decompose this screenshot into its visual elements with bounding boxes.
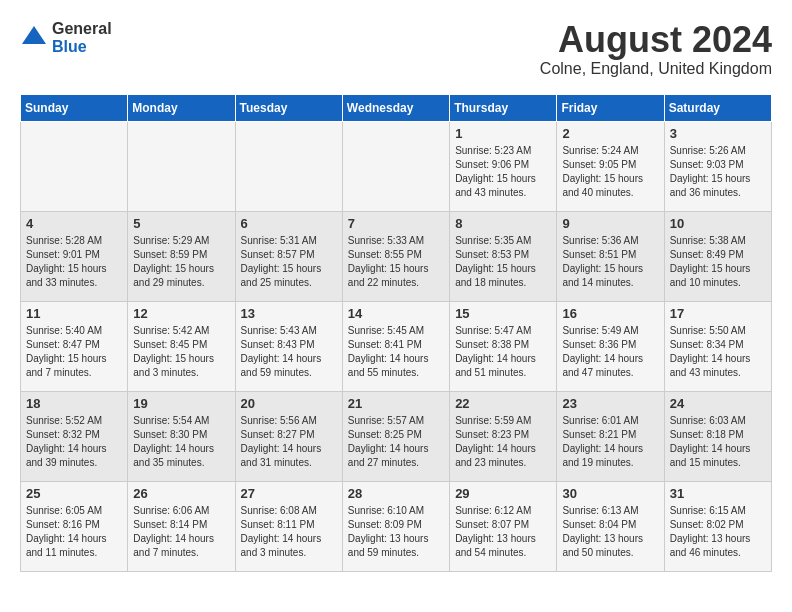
day-number: 25 xyxy=(26,486,122,501)
day-info: Sunrise: 5:36 AMSunset: 8:51 PMDaylight:… xyxy=(562,234,658,290)
day-number: 8 xyxy=(455,216,551,231)
calendar-cell: 26Sunrise: 6:06 AMSunset: 8:14 PMDayligh… xyxy=(128,481,235,571)
day-number: 23 xyxy=(562,396,658,411)
calendar-cell: 1Sunrise: 5:23 AMSunset: 9:06 PMDaylight… xyxy=(450,121,557,211)
calendar-cell: 6Sunrise: 5:31 AMSunset: 8:57 PMDaylight… xyxy=(235,211,342,301)
calendar-cell: 15Sunrise: 5:47 AMSunset: 8:38 PMDayligh… xyxy=(450,301,557,391)
month-year-title: August 2024 xyxy=(540,20,772,60)
day-number: 16 xyxy=(562,306,658,321)
weekday-header-monday: Monday xyxy=(128,94,235,121)
day-info: Sunrise: 6:05 AMSunset: 8:16 PMDaylight:… xyxy=(26,504,122,560)
weekday-header-saturday: Saturday xyxy=(664,94,771,121)
day-number: 29 xyxy=(455,486,551,501)
day-number: 18 xyxy=(26,396,122,411)
title-block: August 2024 Colne, England, United Kingd… xyxy=(540,20,772,78)
weekday-header-row: SundayMondayTuesdayWednesdayThursdayFrid… xyxy=(21,94,772,121)
day-number: 30 xyxy=(562,486,658,501)
calendar-cell: 4Sunrise: 5:28 AMSunset: 9:01 PMDaylight… xyxy=(21,211,128,301)
page-header: General Blue August 2024 Colne, England,… xyxy=(20,20,772,78)
day-info: Sunrise: 5:57 AMSunset: 8:25 PMDaylight:… xyxy=(348,414,444,470)
day-number: 17 xyxy=(670,306,766,321)
logo-blue-text: Blue xyxy=(52,38,112,56)
calendar-cell: 16Sunrise: 5:49 AMSunset: 8:36 PMDayligh… xyxy=(557,301,664,391)
calendar-cell: 24Sunrise: 6:03 AMSunset: 8:18 PMDayligh… xyxy=(664,391,771,481)
day-info: Sunrise: 5:26 AMSunset: 9:03 PMDaylight:… xyxy=(670,144,766,200)
day-info: Sunrise: 5:38 AMSunset: 8:49 PMDaylight:… xyxy=(670,234,766,290)
day-number: 7 xyxy=(348,216,444,231)
calendar-cell: 31Sunrise: 6:15 AMSunset: 8:02 PMDayligh… xyxy=(664,481,771,571)
day-number: 3 xyxy=(670,126,766,141)
day-info: Sunrise: 5:29 AMSunset: 8:59 PMDaylight:… xyxy=(133,234,229,290)
day-info: Sunrise: 6:06 AMSunset: 8:14 PMDaylight:… xyxy=(133,504,229,560)
weekday-header-tuesday: Tuesday xyxy=(235,94,342,121)
calendar-cell: 18Sunrise: 5:52 AMSunset: 8:32 PMDayligh… xyxy=(21,391,128,481)
day-info: Sunrise: 5:42 AMSunset: 8:45 PMDaylight:… xyxy=(133,324,229,380)
calendar-cell: 11Sunrise: 5:40 AMSunset: 8:47 PMDayligh… xyxy=(21,301,128,391)
location-subtitle: Colne, England, United Kingdom xyxy=(540,60,772,78)
day-number: 20 xyxy=(241,396,337,411)
day-info: Sunrise: 6:10 AMSunset: 8:09 PMDaylight:… xyxy=(348,504,444,560)
calendar-week-row: 1Sunrise: 5:23 AMSunset: 9:06 PMDaylight… xyxy=(21,121,772,211)
day-info: Sunrise: 5:43 AMSunset: 8:43 PMDaylight:… xyxy=(241,324,337,380)
calendar-week-row: 11Sunrise: 5:40 AMSunset: 8:47 PMDayligh… xyxy=(21,301,772,391)
calendar-cell xyxy=(21,121,128,211)
day-number: 1 xyxy=(455,126,551,141)
calendar-cell: 2Sunrise: 5:24 AMSunset: 9:05 PMDaylight… xyxy=(557,121,664,211)
day-info: Sunrise: 5:23 AMSunset: 9:06 PMDaylight:… xyxy=(455,144,551,200)
svg-marker-0 xyxy=(22,26,46,44)
calendar-cell: 22Sunrise: 5:59 AMSunset: 8:23 PMDayligh… xyxy=(450,391,557,481)
day-number: 21 xyxy=(348,396,444,411)
day-number: 24 xyxy=(670,396,766,411)
day-info: Sunrise: 6:15 AMSunset: 8:02 PMDaylight:… xyxy=(670,504,766,560)
day-number: 6 xyxy=(241,216,337,231)
day-info: Sunrise: 6:08 AMSunset: 8:11 PMDaylight:… xyxy=(241,504,337,560)
calendar-cell: 17Sunrise: 5:50 AMSunset: 8:34 PMDayligh… xyxy=(664,301,771,391)
calendar-cell: 30Sunrise: 6:13 AMSunset: 8:04 PMDayligh… xyxy=(557,481,664,571)
calendar-cell: 9Sunrise: 5:36 AMSunset: 8:51 PMDaylight… xyxy=(557,211,664,301)
calendar-cell xyxy=(128,121,235,211)
day-number: 22 xyxy=(455,396,551,411)
day-info: Sunrise: 6:01 AMSunset: 8:21 PMDaylight:… xyxy=(562,414,658,470)
weekday-header-wednesday: Wednesday xyxy=(342,94,449,121)
calendar-cell: 12Sunrise: 5:42 AMSunset: 8:45 PMDayligh… xyxy=(128,301,235,391)
day-number: 9 xyxy=(562,216,658,231)
calendar-cell: 25Sunrise: 6:05 AMSunset: 8:16 PMDayligh… xyxy=(21,481,128,571)
day-number: 5 xyxy=(133,216,229,231)
day-number: 2 xyxy=(562,126,658,141)
calendar-cell: 13Sunrise: 5:43 AMSunset: 8:43 PMDayligh… xyxy=(235,301,342,391)
day-info: Sunrise: 5:40 AMSunset: 8:47 PMDaylight:… xyxy=(26,324,122,380)
logo: General Blue xyxy=(20,20,112,55)
day-info: Sunrise: 5:24 AMSunset: 9:05 PMDaylight:… xyxy=(562,144,658,200)
day-info: Sunrise: 5:35 AMSunset: 8:53 PMDaylight:… xyxy=(455,234,551,290)
calendar-week-row: 18Sunrise: 5:52 AMSunset: 8:32 PMDayligh… xyxy=(21,391,772,481)
calendar-cell: 8Sunrise: 5:35 AMSunset: 8:53 PMDaylight… xyxy=(450,211,557,301)
calendar-table: SundayMondayTuesdayWednesdayThursdayFrid… xyxy=(20,94,772,572)
day-number: 10 xyxy=(670,216,766,231)
day-info: Sunrise: 6:03 AMSunset: 8:18 PMDaylight:… xyxy=(670,414,766,470)
day-info: Sunrise: 5:52 AMSunset: 8:32 PMDaylight:… xyxy=(26,414,122,470)
day-number: 19 xyxy=(133,396,229,411)
calendar-cell: 21Sunrise: 5:57 AMSunset: 8:25 PMDayligh… xyxy=(342,391,449,481)
calendar-week-row: 25Sunrise: 6:05 AMSunset: 8:16 PMDayligh… xyxy=(21,481,772,571)
calendar-cell: 14Sunrise: 5:45 AMSunset: 8:41 PMDayligh… xyxy=(342,301,449,391)
weekday-header-friday: Friday xyxy=(557,94,664,121)
day-info: Sunrise: 6:12 AMSunset: 8:07 PMDaylight:… xyxy=(455,504,551,560)
day-info: Sunrise: 5:31 AMSunset: 8:57 PMDaylight:… xyxy=(241,234,337,290)
day-info: Sunrise: 5:54 AMSunset: 8:30 PMDaylight:… xyxy=(133,414,229,470)
day-number: 31 xyxy=(670,486,766,501)
day-info: Sunrise: 5:56 AMSunset: 8:27 PMDaylight:… xyxy=(241,414,337,470)
calendar-cell: 29Sunrise: 6:12 AMSunset: 8:07 PMDayligh… xyxy=(450,481,557,571)
day-info: Sunrise: 6:13 AMSunset: 8:04 PMDaylight:… xyxy=(562,504,658,560)
day-number: 28 xyxy=(348,486,444,501)
calendar-cell: 27Sunrise: 6:08 AMSunset: 8:11 PMDayligh… xyxy=(235,481,342,571)
day-number: 26 xyxy=(133,486,229,501)
calendar-cell: 10Sunrise: 5:38 AMSunset: 8:49 PMDayligh… xyxy=(664,211,771,301)
day-number: 13 xyxy=(241,306,337,321)
weekday-header-thursday: Thursday xyxy=(450,94,557,121)
calendar-cell: 7Sunrise: 5:33 AMSunset: 8:55 PMDaylight… xyxy=(342,211,449,301)
day-number: 12 xyxy=(133,306,229,321)
day-info: Sunrise: 5:59 AMSunset: 8:23 PMDaylight:… xyxy=(455,414,551,470)
day-info: Sunrise: 5:50 AMSunset: 8:34 PMDaylight:… xyxy=(670,324,766,380)
day-number: 11 xyxy=(26,306,122,321)
logo-text: General Blue xyxy=(52,20,112,55)
